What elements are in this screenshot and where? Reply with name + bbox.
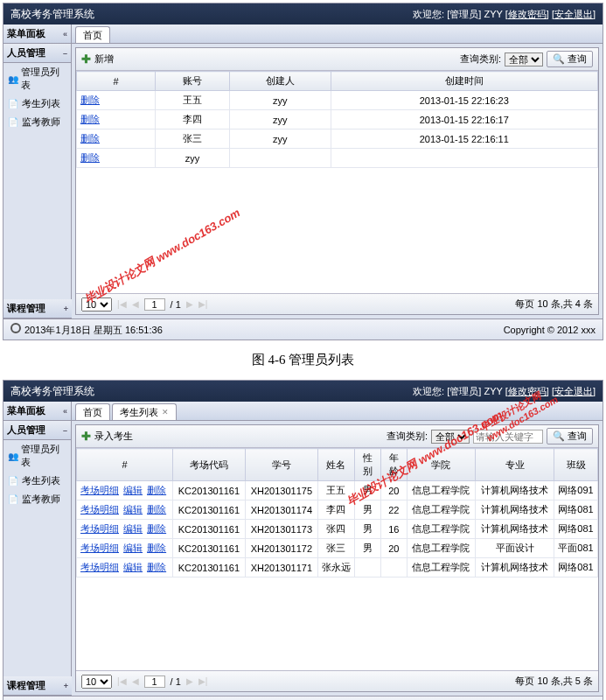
tab-bar: 首页 [72, 24, 603, 44]
menu-panel-header[interactable]: 菜单面板« [3, 24, 71, 44]
plus-icon: + [64, 304, 68, 313]
cell-sex [354, 558, 380, 578]
cell-age: 22 [380, 500, 407, 520]
sidebar-item-proctor[interactable]: 📄监考教师 [3, 113, 71, 131]
collapse-icon[interactable]: « [63, 407, 67, 416]
student-table: # 考场代码 学号 姓名 性别 年龄 学院 专业 班级 考场明细 编辑 删除KC… [76, 448, 598, 578]
cell-creator [230, 149, 331, 168]
tab-students[interactable]: 考生列表✕ [112, 403, 177, 420]
cell-sex: 男 [354, 520, 380, 539]
page-info: 每页 10 条,共 4 条 [515, 298, 593, 311]
sidebar-item-admin-list[interactable]: 👥管理员列表 [3, 63, 71, 94]
row-action-link[interactable]: 考场明细 [80, 485, 119, 495]
menu-panel-header[interactable]: 菜单面板« [3, 402, 71, 421]
query-label: 查询类别: [460, 52, 501, 66]
cell-account: 李四 [156, 110, 230, 130]
table-row-ops: 删除 [77, 149, 156, 168]
logout-link[interactable]: [安全退出] [552, 386, 596, 396]
col-op: # [77, 72, 156, 91]
add-button[interactable]: ✚新增 [81, 52, 114, 66]
tab-bar: 首页 考生列表✕ [72, 402, 603, 421]
row-action-link[interactable]: 编辑 [123, 485, 143, 495]
sidebar-item-admin-list[interactable]: 👥管理员列表 [3, 440, 71, 472]
page-total: / 1 [171, 676, 181, 687]
page-input[interactable] [144, 298, 165, 311]
search-button[interactable]: 🔍 查询 [547, 51, 593, 67]
cell-sex: 男 [354, 500, 380, 520]
collapse-icon[interactable]: « [63, 30, 67, 38]
row-action-link[interactable]: 删除 [147, 485, 166, 495]
tab-home[interactable]: 首页 [75, 403, 110, 420]
person-mgmt-header[interactable]: 人员管理– [3, 44, 71, 63]
row-action-link[interactable]: 删除 [147, 504, 166, 514]
sidebar: 菜单面板« 人员管理– 👥管理员列表 📄考生列表 📄监考教师 课程管理+ [3, 402, 72, 696]
cell-room: KC201301161 [173, 500, 246, 520]
prev-page-button[interactable]: ◀ [132, 676, 139, 686]
sidebar-item-student-list[interactable]: 📄考生列表 [3, 94, 71, 113]
row-action-link[interactable]: 考场明细 [80, 562, 119, 572]
cell-class: 平面081 [554, 539, 598, 558]
cell-class: 网络081 [554, 500, 598, 520]
row-action-link[interactable]: 编辑 [123, 542, 143, 553]
cell-name: 张三 [317, 539, 354, 558]
page-input[interactable] [144, 676, 165, 688]
delete-link[interactable]: 删除 [80, 114, 100, 124]
cell-room: KC201301161 [173, 558, 246, 578]
cell-creator: zyy [230, 91, 331, 110]
last-page-button[interactable]: ▶| [199, 676, 208, 686]
cell-age [380, 558, 407, 578]
delete-link[interactable]: 删除 [80, 94, 100, 105]
col-name: 姓名 [317, 449, 354, 481]
course-mgmt-header[interactable]: 课程管理+ [3, 299, 72, 318]
users-icon: 👥 [7, 73, 18, 85]
row-action-link[interactable]: 考场明细 [80, 542, 119, 553]
logout-link[interactable]: [安全退出] [552, 9, 596, 19]
row-action-link[interactable]: 编辑 [123, 504, 143, 514]
row-action-link[interactable]: 删除 [147, 542, 166, 553]
page-total: / 1 [171, 299, 181, 310]
query-select[interactable]: 全部 [505, 52, 543, 66]
page-size-select[interactable]: 10 [81, 298, 112, 312]
delete-link[interactable]: 删除 [80, 152, 100, 163]
search-input[interactable] [473, 430, 543, 444]
next-page-button[interactable]: ▶ [186, 299, 193, 309]
col-account: 账号 [156, 72, 230, 91]
row-action-link[interactable]: 删除 [147, 562, 166, 572]
last-page-button[interactable]: ▶| [199, 299, 208, 309]
footer-time: 2013年1月18日 星期五 16:51:36 [10, 323, 163, 337]
next-page-button[interactable]: ▶ [186, 676, 193, 686]
col-sex: 性别 [354, 449, 380, 481]
row-action-link[interactable]: 删除 [147, 523, 166, 534]
sidebar-item-proctor[interactable]: 📄监考教师 [3, 490, 71, 508]
cell-creator: zyy [230, 110, 331, 130]
col-major: 专业 [476, 449, 554, 481]
cell-sid: XH201301174 [245, 500, 317, 520]
table-row-ops: 考场明细 编辑 删除 [77, 539, 173, 558]
col-class: 班级 [554, 449, 598, 481]
cell-ctime: 2013-01-15 22:16:11 [331, 130, 597, 149]
first-page-button[interactable]: |◀ [117, 299, 127, 309]
change-password-link[interactable]: [修改密码] [505, 9, 549, 19]
sidebar-item-student-list[interactable]: 📄考生列表 [3, 472, 71, 490]
prev-page-button[interactable]: ◀ [132, 299, 139, 309]
cell-name: 张永远 [317, 558, 354, 578]
table-row-ops: 删除 [77, 110, 156, 130]
delete-link[interactable]: 删除 [80, 133, 100, 144]
first-page-button[interactable]: |◀ [117, 676, 127, 686]
row-action-link[interactable]: 考场明细 [80, 504, 119, 514]
row-action-link[interactable]: 考场明细 [80, 523, 119, 534]
query-select[interactable]: 全部 [431, 430, 470, 444]
close-icon[interactable]: ✕ [162, 408, 169, 416]
cell-account: 张三 [156, 130, 230, 149]
tab-home[interactable]: 首页 [75, 26, 110, 43]
table-row-ops: 考场明细 编辑 删除 [77, 520, 173, 539]
course-mgmt-header[interactable]: 课程管理+ [3, 676, 72, 696]
change-password-link[interactable]: [修改密码] [505, 386, 549, 396]
person-mgmt-header[interactable]: 人员管理– [3, 421, 71, 440]
search-button[interactable]: 🔍 查询 [547, 428, 593, 444]
page-size-select[interactable]: 10 [81, 675, 112, 689]
import-button[interactable]: ✚录入考生 [81, 430, 133, 443]
row-action-link[interactable]: 编辑 [123, 562, 143, 572]
row-action-link[interactable]: 编辑 [123, 523, 143, 534]
cell-room: KC201301161 [173, 481, 246, 500]
